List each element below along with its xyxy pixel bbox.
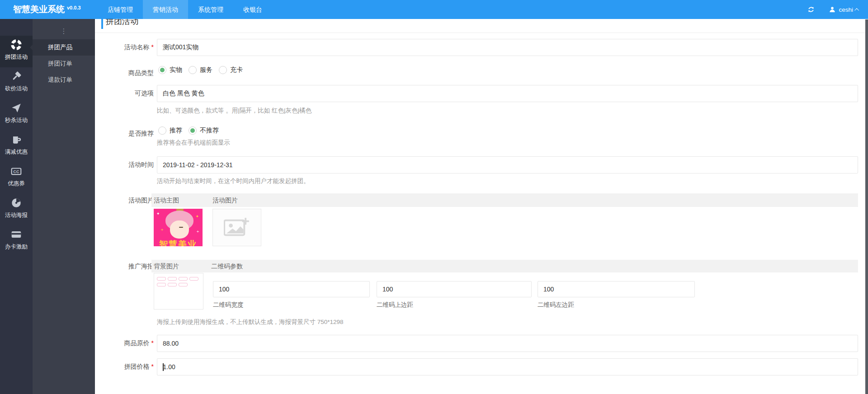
- main-content: 拼团活动 活动名称* 测试001实物 商品类型 实物 服务 充卡 可选项 白色 …: [95, 19, 868, 394]
- submenu-item-group-orders[interactable]: 拼团订单: [33, 56, 95, 72]
- illustration-shape: [170, 220, 189, 239]
- sidebar-item-label: 优惠券: [8, 180, 25, 187]
- top-bar: 智慧美业系统v0.0.3 店铺管理 营销活动 系统管理 收银台 ceshi: [0, 0, 868, 19]
- card-icon: [10, 229, 22, 240]
- qr-left-margin-input[interactable]: 100: [538, 281, 695, 297]
- user-icon: [829, 6, 836, 13]
- image-upload-placeholder[interactable]: [212, 209, 261, 246]
- activity-time-input[interactable]: 2019-11-02 - 2019-12-31: [157, 156, 858, 174]
- qr-top-margin-input[interactable]: 100: [377, 281, 532, 297]
- title-accent-bar: [101, 19, 103, 29]
- product-type-label: 商品类型: [95, 69, 154, 77]
- sidebar-submenu: ⋮ 拼团产品 拼团订单 退款订单: [33, 19, 95, 394]
- activity-name-input[interactable]: 测试001实物: [157, 39, 858, 56]
- poster-bg-thumbnail[interactable]: [154, 273, 203, 310]
- chevron-up-icon: [854, 8, 859, 12]
- options-input[interactable]: 白色 黑色 黄色: [157, 85, 858, 102]
- options-help-text: 比如、可选颜色，款式等 。用|隔开，比如 红色|灰色|橘色: [157, 107, 311, 115]
- radio-service[interactable]: [189, 66, 197, 74]
- nav-item-shop[interactable]: 店铺管理: [98, 0, 143, 19]
- radio-label-physical[interactable]: 实物: [170, 66, 182, 74]
- qr-top-margin-label: 二维码上边距: [377, 301, 413, 309]
- sidebar-item-discount[interactable]: 满减优惠: [0, 131, 33, 162]
- radio-not-recommend[interactable]: [189, 127, 197, 135]
- nav-item-cashier[interactable]: 收银台: [233, 0, 272, 19]
- app-version: v0.0.3: [67, 5, 81, 10]
- submenu-items: 拼团产品 拼团订单 退款订单: [33, 39, 95, 88]
- poster-pill-row: [157, 283, 200, 286]
- radio-recommend[interactable]: [158, 127, 166, 135]
- svg-text:CC: CC: [13, 169, 19, 174]
- qr-width-label: 二维码宽度: [213, 301, 244, 309]
- recommend-label: 是否推荐: [95, 130, 154, 138]
- app-title: 智慧美业系统: [13, 5, 65, 14]
- sidebar-item-poster[interactable]: 活动海报: [0, 194, 33, 225]
- group-activity-form: 活动名称* 测试001实物 商品类型 实物 服务 充卡 可选项 白色 黑色 黄色…: [95, 33, 868, 394]
- sidebar-item-card-incentive[interactable]: 办卡激励: [0, 225, 33, 257]
- vertical-scrollbar[interactable]: [865, 19, 868, 394]
- activity-images-label: 活动图片: [95, 197, 154, 205]
- illustration-shape: [179, 227, 183, 228]
- poster-bg-header: 背景图片: [154, 260, 179, 272]
- required-asterisk: *: [151, 339, 154, 347]
- options-label: 可选项: [95, 89, 154, 98]
- radio-label-recharge[interactable]: 充卡: [230, 66, 243, 74]
- flash-sale-icon: [10, 102, 22, 114]
- group-buy-icon: [10, 39, 22, 51]
- sidebar-item-label: 满减优惠: [5, 149, 28, 155]
- required-asterisk: *: [151, 363, 154, 370]
- group-price-input[interactable]: 1.00: [157, 358, 858, 375]
- page-title: 拼团活动: [106, 19, 138, 27]
- qr-width-input[interactable]: 100: [213, 281, 370, 297]
- refresh-icon[interactable]: [807, 5, 815, 14]
- main-image-header: 活动主图: [154, 193, 179, 207]
- app-logo: 智慧美业系统v0.0.3: [13, 0, 81, 20]
- sidebar-item-label: 拼团活动: [5, 54, 28, 60]
- sidebar-item-flash-sale[interactable]: 秒杀活动: [0, 99, 33, 131]
- top-nav: 店铺管理 营销活动 系统管理 收银台: [98, 0, 272, 19]
- poster-help-text: 海报上传则使用海报生成，不上传默认生成，海报背景尺寸 750*1298: [157, 318, 344, 326]
- topbar-right: ceshi: [807, 0, 859, 19]
- sidebar-item-label: 秒杀活动: [5, 117, 28, 123]
- activity-time-label: 活动时间: [95, 161, 154, 169]
- sidebar-item-coupon[interactable]: CC 优惠券: [0, 162, 33, 194]
- recommend-radio-group: 推荐 不推荐: [158, 127, 225, 135]
- poster-icon: [10, 197, 22, 209]
- radio-recharge[interactable]: [219, 66, 227, 74]
- bargain-icon: [10, 70, 22, 82]
- username: ceshi: [839, 6, 853, 13]
- radio-label-recommend[interactable]: 推荐: [170, 127, 182, 135]
- poster-header-band: 背景图片 二维码参数: [151, 260, 858, 272]
- main-image-caption: 智慧美业: [154, 239, 203, 246]
- radio-label-not-recommend[interactable]: 不推荐: [200, 127, 219, 135]
- group-price-label: 拼团价格*: [95, 363, 154, 371]
- radio-label-service[interactable]: 服务: [200, 66, 212, 74]
- submenu-item-refund-orders[interactable]: 退款订单: [33, 72, 95, 88]
- coupon-icon: CC: [10, 165, 22, 177]
- discount-icon: [10, 134, 22, 145]
- user-menu[interactable]: ceshi: [829, 6, 859, 13]
- product-type-radio-group: 实物 服务 充卡: [158, 66, 249, 74]
- images-header: 活动图片: [212, 193, 238, 207]
- poster-pill-row: [157, 277, 200, 281]
- nav-item-marketing[interactable]: 营销活动: [143, 0, 188, 19]
- sidebar-item-label: 砍价活动: [5, 85, 28, 92]
- sidebar-item-label: 办卡激励: [5, 244, 28, 250]
- page-title-row: 拼团活动: [95, 19, 868, 33]
- radio-physical[interactable]: [158, 66, 166, 74]
- submenu-item-group-products[interactable]: 拼团产品: [33, 39, 95, 56]
- poster-label: 推广海报: [95, 263, 154, 271]
- original-price-input[interactable]: 88.00: [157, 335, 858, 352]
- submenu-collapse-dots-icon[interactable]: ⋮: [33, 29, 95, 37]
- activity-images-header-band: 活动主图 活动图片: [151, 193, 858, 207]
- original-price-label: 商品原价*: [95, 339, 154, 347]
- sidebar-item-label: 活动海报: [5, 212, 28, 218]
- nav-item-system[interactable]: 系统管理: [188, 0, 233, 19]
- qr-left-margin-label: 二维码左边距: [538, 301, 574, 309]
- sidebar-item-bargain[interactable]: 砍价活动: [0, 67, 33, 99]
- required-asterisk: *: [151, 43, 154, 51]
- main-image-thumbnail[interactable]: ✦ ✦ ＋ ＋ 智慧美业: [154, 209, 203, 246]
- sidebar-item-group-buy[interactable]: 拼团活动: [0, 36, 33, 67]
- activity-name-label: 活动名称*: [95, 43, 154, 52]
- qr-params-header: 二维码参数: [211, 260, 243, 272]
